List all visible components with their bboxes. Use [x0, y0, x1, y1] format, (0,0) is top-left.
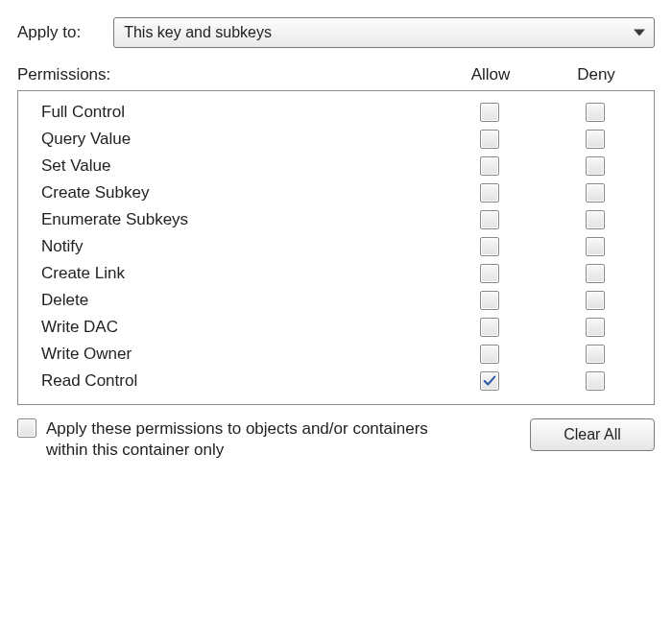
permission-allow-checkbox[interactable] — [480, 237, 499, 256]
permission-deny-checkbox[interactable] — [586, 291, 605, 310]
permission-allow-checkbox[interactable] — [480, 183, 499, 203]
clear-all-label: Clear All — [564, 426, 621, 443]
permission-allow-checkbox[interactable] — [480, 345, 499, 364]
permission-allow-checkbox[interactable] — [480, 318, 499, 337]
permissions-list: Full ControlQuery ValueSet ValueCreate S… — [17, 90, 655, 405]
permission-deny-checkbox[interactable] — [586, 264, 605, 283]
clear-all-button[interactable]: Clear All — [530, 418, 655, 451]
permission-deny-checkbox[interactable] — [586, 130, 605, 149]
permission-deny-checkbox[interactable] — [586, 318, 605, 337]
permission-name: Full Control — [41, 103, 437, 122]
apply-to-select[interactable]: This key and subkeys — [113, 17, 655, 48]
permission-row: Write DAC — [24, 314, 648, 341]
apply-to-label: Apply to: — [17, 23, 81, 42]
permission-deny-checkbox[interactable] — [586, 156, 605, 176]
permission-row: Create Subkey — [24, 179, 648, 206]
permission-deny-checkbox[interactable] — [586, 183, 605, 203]
permission-name: Notify — [41, 237, 437, 256]
permission-name: Read Control — [41, 371, 437, 391]
permission-deny-checkbox[interactable] — [586, 237, 605, 256]
permission-deny-checkbox[interactable] — [586, 345, 605, 364]
permission-name: Write DAC — [41, 318, 437, 337]
permission-row: Full Control — [24, 99, 648, 126]
permission-allow-checkbox[interactable] — [480, 103, 499, 122]
permission-name: Create Link — [41, 264, 437, 283]
inherit-only-label: Apply these permissions to objects and/o… — [46, 418, 430, 461]
permission-allow-checkbox[interactable] — [480, 291, 499, 310]
permissions-label: Permissions: — [17, 65, 438, 84]
permission-deny-checkbox[interactable] — [586, 371, 605, 391]
permission-deny-checkbox[interactable] — [586, 210, 605, 229]
column-deny-label: Deny — [543, 65, 649, 84]
permission-row: Notify — [24, 233, 648, 260]
permission-allow-checkbox[interactable] — [480, 130, 499, 149]
permission-name: Create Subkey — [41, 183, 437, 203]
permission-allow-checkbox[interactable] — [480, 371, 499, 391]
inherit-only-checkbox[interactable] — [17, 418, 36, 438]
permission-row: Write Owner — [24, 341, 648, 368]
permission-deny-checkbox[interactable] — [586, 103, 605, 122]
chevron-down-icon — [634, 30, 645, 36]
permission-allow-checkbox[interactable] — [480, 156, 499, 176]
permission-name: Write Owner — [41, 345, 437, 364]
permission-name: Enumerate Subkeys — [41, 210, 437, 229]
permission-row: Delete — [24, 287, 648, 314]
permission-allow-checkbox[interactable] — [480, 264, 499, 283]
permission-row: Enumerate Subkeys — [24, 206, 648, 233]
apply-to-selected-value: This key and subkeys — [124, 24, 272, 41]
permission-allow-checkbox[interactable] — [480, 210, 499, 229]
permission-row: Create Link — [24, 260, 648, 287]
permission-row: Set Value — [24, 153, 648, 179]
permission-name: Query Value — [41, 130, 437, 149]
permission-row: Read Control — [24, 368, 648, 394]
permission-row: Query Value — [24, 126, 648, 153]
column-allow-label: Allow — [438, 65, 543, 84]
permission-name: Set Value — [41, 156, 437, 176]
permission-name: Delete — [41, 291, 437, 310]
